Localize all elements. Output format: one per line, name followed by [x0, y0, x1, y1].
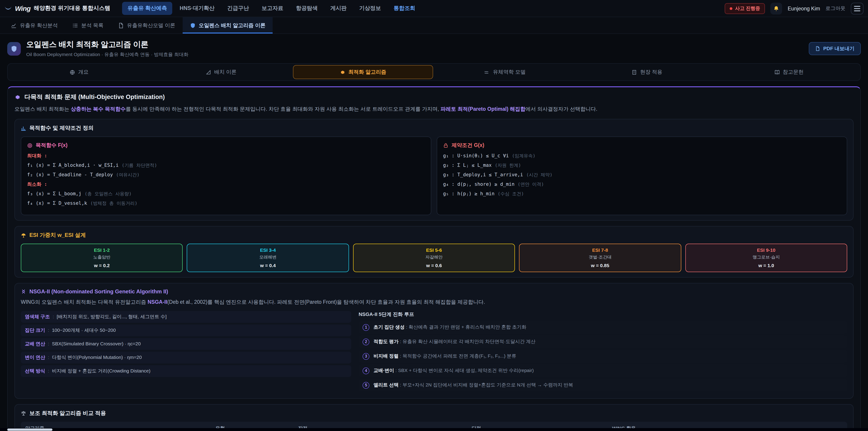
param-value: 100~200개체 · 세대수 50~200 — [52, 327, 116, 333]
page-header-text: 오일펜스 배치 최적화 알고리즘 이론 Oil Boom Deployment … — [26, 39, 188, 58]
app-logo[interactable]: Wing 해양환경 위기대응 통합시스템 — [4, 4, 110, 12]
waves-icon — [485, 69, 490, 75]
scale-icon — [21, 410, 26, 416]
nav-weather[interactable]: 기상정보 — [354, 2, 386, 15]
esi-box: ESI 7-8 갯벌·조간대 w = 0.85 — [519, 244, 681, 272]
list-icon — [72, 22, 78, 28]
formula-line: f₂ (x) = T_deadline - T_deploy(여유시간) — [27, 172, 425, 178]
topbar: Wing 해양환경 위기대응 통합시스템 유출유 확산예측 HNS·대기확산 긴… — [0, 0, 868, 17]
subtab-analysis-list[interactable]: 분석 목록 — [65, 17, 111, 33]
step-text: 적합도 평가 : 유출유 확산 시뮬레이터로 각 배치안의 차단면적·도달시간 … — [373, 338, 535, 345]
definition-grid: 목적함수 F(x) 최대화 : f₁ (x) = Σ A_blocked,i ·… — [21, 137, 847, 215]
tab-deployment-theory[interactable]: 배치 이론 — [151, 65, 291, 79]
esi-box: ESI 9-10 맹그로브·습지 w = 1.0 — [685, 244, 847, 272]
formula-line: f₁ (x) = Σ A_blocked,i · w_ESI,i(기름 차단면적… — [27, 162, 425, 169]
formula: g₃ : T_deploy,i ≤ T_arrive,i — [443, 172, 523, 177]
nav-emergency-rescue[interactable]: 긴급구난 — [222, 2, 254, 15]
hamburger-menu-button[interactable] — [851, 2, 864, 14]
menu-line — [854, 10, 860, 11]
sub-tab-bar: 유출유 확산분석 분석 목록 유출유확산모델 이론 오일펜스 배치 알고리즘 이… — [0, 17, 868, 34]
formula: f₁ (x) = Σ A_blocked,i · w_ESI,i — [27, 162, 119, 168]
loop-step: 3 비지배 정렬 : 목적함수 공간에서 파레토 전면 계층(F₁, F₂, F… — [359, 350, 847, 362]
param-separator: : — [53, 313, 54, 319]
shield-icon — [190, 22, 195, 28]
maximize-label: 최대화 : — [27, 153, 425, 159]
loop-step: 5 엘리트 선택 : 부모+자식 2N 집단에서 비지배 정렬+혼잡도 기준으로… — [359, 378, 847, 391]
card-title: 목적함수 및 제약조건 정의 — [21, 125, 847, 132]
formula-line: g₄ : d(pⱼ, shore) ≥ d_min(연안 이격) — [443, 182, 841, 188]
param-row: 염색체 구조:[배치지점 위도, 방향각도, 길이..., 형태, 세그먼트 수… — [21, 311, 351, 322]
param-separator: : — [48, 368, 49, 373]
page-title: 오일펜스 배치 최적화 알고리즘 이론 — [26, 39, 188, 50]
pdf-export-button[interactable]: PDF 내보내기 — [809, 42, 861, 55]
card-title-text: NSGA-II (Non-dominated Sorting Genetic A… — [29, 288, 168, 295]
nsga-grid: 염색체 구조:[배치지점 위도, 방향각도, 길이..., 형태, 세그먼트 수… — [21, 311, 847, 393]
step-desc: : SBX + 다항식 변이로 자식 세대 생성, 제약조건 위반 수리(rep… — [395, 367, 534, 373]
esi-name: 갯벌·조간대 — [521, 255, 679, 260]
subtab-diffusion-model-theory[interactable]: 유출유확산모델 이론 — [111, 17, 182, 33]
formula-line: f₃ (x) = Σ L_boom,j(총 오일펜스 사용량) — [27, 191, 425, 197]
logo-mark: Wing — [15, 4, 31, 12]
esi-weight: w = 0.6 — [355, 263, 513, 268]
param-label: 교배 연산 — [25, 341, 45, 347]
step-title: 적합도 평가 — [373, 338, 399, 344]
nav-board[interactable]: 게시판 — [325, 2, 352, 15]
incident-status-badge[interactable]: 사고 진행중 — [725, 3, 765, 14]
tab-optimization-algorithm[interactable]: 최적화 알고리즘 — [293, 65, 433, 79]
subtab-diffusion-analysis[interactable]: 유출유 확산분석 — [4, 17, 65, 33]
bar-chart-icon — [21, 126, 26, 131]
step-desc: : 목적함수 공간에서 파레토 전면 계층(F₁, F₂, F₃...) 분류 — [400, 353, 516, 358]
esi-range: ESI 5-6 — [355, 247, 513, 253]
esi-name: 노출암반 — [23, 255, 181, 260]
esi-range: ESI 7-8 — [521, 247, 679, 253]
scrollbar-thumb[interactable] — [7, 429, 53, 431]
objective-panel-title: 목적함수 F(x) — [27, 142, 425, 149]
formula-note: (여유시간) — [116, 173, 140, 177]
card-title: 보조 최적화 알고리즘 비교 적용 — [21, 409, 847, 417]
param-row: 변이 연산:다항식 변이(Polynomial Mutation) · ηm=2… — [21, 351, 351, 363]
tab-overview[interactable]: 개요 — [9, 65, 149, 79]
param-row: 선택 방식:비지배 정렬 + 혼잡도 거리(Crowding Distance) — [21, 365, 351, 377]
pdf-export-label: PDF 내보내기 — [823, 45, 855, 52]
notifications-button[interactable] — [771, 2, 782, 14]
formula-line: g₅ : h(pⱼ) ≥ h_min(수심 조건) — [443, 191, 841, 197]
step-text: 교배·변이 : SBX + 다항식 변이로 자식 세대 생성, 제약조건 위반 … — [373, 367, 534, 374]
esi-box: ESI 1-2 노출암반 w = 0.2 — [21, 244, 183, 272]
esi-weight: w = 1.0 — [687, 263, 845, 268]
tab-label: 개요 — [78, 69, 89, 75]
step-desc: : 확산예측 결과 기반 랜덤 + 휴리스틱 배치안 혼합 초기화 — [406, 324, 526, 329]
formula: f₂ (x) = T_deadline - T_deploy — [27, 172, 113, 177]
tab-hydrodynamic-model[interactable]: 유체역학 모델 — [435, 65, 575, 79]
tab-references[interactable]: 참고문헌 — [719, 65, 859, 79]
page-subtitle: Oil Boom Deployment Optimization · 유출유 확… — [26, 52, 188, 58]
card-title-text: 목적함수 및 제약조건 정의 — [29, 125, 94, 132]
logout-button[interactable]: 로그아웃 — [826, 5, 845, 12]
tab-field-application[interactable]: 현장 적용 — [577, 65, 717, 79]
card-title: ESI 가중치 w_ESI 설계 — [21, 232, 847, 239]
nav-oil-spill-prediction[interactable]: 유출유 확산예측 — [122, 2, 173, 15]
esi-box: ESI 3-4 모래해변 w = 0.4 — [187, 244, 349, 272]
formula-line: g₁ : U·sin(θᵢ) ≤ U_c ∀i(임계유속) — [443, 153, 841, 159]
formula-note: (시간 제약) — [526, 173, 553, 177]
step-text: 엘리트 선택 : 부모+자식 2N 집단에서 비지배 정렬+혼잡도 기준으로 N… — [373, 381, 573, 388]
page-header-icon — [7, 42, 21, 55]
param-value: 비지배 정렬 + 혼잡도 거리(Crowding Distance) — [52, 368, 151, 374]
param-label: 변이 연산 — [25, 354, 45, 361]
optimization-section: 다목적 최적화 문제 (Multi-Objective Optimization… — [7, 86, 861, 431]
nav-aerial-search[interactable]: 항공탐색 — [290, 2, 323, 15]
subtab-boom-algorithm-theory[interactable]: 오일펜스 배치 알고리즘 이론 — [182, 17, 273, 33]
card-title: NSGA-II (Non-dominated Sorting Genetic A… — [21, 288, 847, 295]
nav-hns-diffusion[interactable]: HNS·대기확산 — [174, 2, 220, 15]
section-heading: 다목적 최적화 문제 (Multi-Objective Optimization… — [14, 93, 854, 101]
tab-label: 참고문헌 — [783, 69, 804, 75]
formula-note: (연안 이격) — [518, 182, 544, 187]
book-icon — [774, 69, 780, 75]
nav-reports[interactable]: 보고자료 — [256, 2, 289, 15]
step-text: 초기 집단 생성 : 확산예측 결과 기반 랜덤 + 휴리스틱 배치안 혼합 초… — [373, 324, 526, 330]
objective-constraint-card: 목적함수 및 제약조건 정의 목적함수 F(x) 최대화 : f₁ (x) = … — [14, 119, 854, 221]
nsga-intro: WING의 오일펜스 배치 최적화는 다목적 유전알고리즘 NSGA-II(De… — [21, 299, 847, 306]
nav-integrated-search[interactable]: 통합조회 — [388, 2, 421, 15]
esi-weight: w = 0.85 — [521, 263, 679, 268]
formula: g₁ : U·sin(θᵢ) ≤ U_c ∀i — [443, 153, 509, 158]
formula: g₄ : d(pⱼ, shore) ≥ d_min — [443, 182, 515, 187]
